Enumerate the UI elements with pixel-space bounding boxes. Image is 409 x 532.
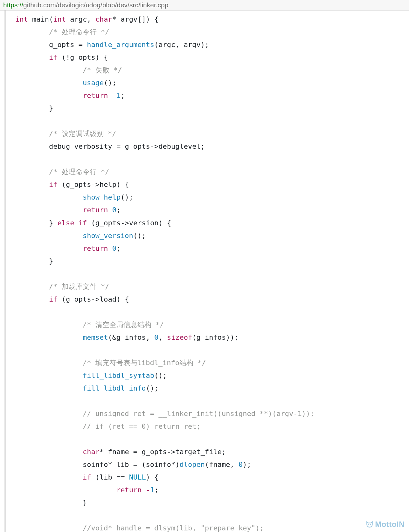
code-token: 0	[112, 244, 116, 252]
code-token: return	[116, 486, 142, 494]
code-token: if	[49, 181, 58, 188]
code-token: sizeof	[167, 333, 192, 341]
code-token: g_opts =	[49, 41, 87, 49]
code-token: fill_libdl_symtab	[83, 372, 154, 379]
code-token	[108, 244, 112, 252]
code-token: ();	[146, 384, 159, 392]
code-token: soinfo* lib = (soinfo*)	[83, 460, 180, 468]
code-token: (g_opts->help) {	[57, 181, 129, 188]
code-token: (g_opts->load) {	[57, 295, 129, 303]
code-token: }	[49, 104, 53, 112]
code-token: return	[83, 206, 108, 214]
code-token: debug_verbosity = g_opts->debuglevel;	[49, 142, 205, 150]
code-token: ();	[121, 193, 133, 201]
code-token: if	[79, 219, 87, 227]
code-token: }	[49, 257, 53, 265]
code-token: ();	[154, 372, 167, 379]
code-token: else	[57, 219, 74, 227]
code-token: return	[83, 92, 108, 99]
watermark: MottoIN	[365, 520, 405, 529]
code-token: dlopen	[180, 460, 205, 468]
svg-point-1	[370, 524, 371, 525]
code-token: (argc, argv);	[154, 41, 209, 49]
code-token: /* 加载库文件 */	[49, 283, 109, 290]
code-token: ();	[133, 232, 146, 240]
code-token: }	[49, 219, 58, 227]
code-token: if	[49, 295, 58, 303]
code-token: if	[83, 473, 91, 481]
code-token: (&g_infos,	[108, 333, 154, 341]
cat-icon	[365, 520, 374, 529]
code-token: show_help	[83, 193, 121, 201]
code-token	[142, 486, 146, 494]
code-token: /* 清空全局信息结构 */	[83, 321, 164, 329]
code-token: show_version	[83, 232, 133, 240]
code-token: char	[95, 15, 112, 23]
code-token: fill_libdl_info	[83, 384, 146, 392]
code-viewer: int main(int argc, char* argv[]) { /* 处理…	[4, 10, 409, 532]
code-token: (lib ==	[91, 473, 129, 481]
code-token: * fname = g_opts->target_file;	[100, 448, 226, 456]
code-token: (g_infos));	[192, 333, 239, 341]
code-token: (!g_opts) {	[57, 53, 108, 61]
code-token: ;	[116, 206, 121, 214]
code-token: (g_opts->version) {	[87, 219, 171, 227]
code-token: * argv[]) {	[112, 15, 159, 23]
code-token: handle_arguments	[87, 41, 154, 49]
code-token: 0	[112, 206, 116, 214]
svg-point-0	[368, 524, 369, 525]
code-token: /* 填充符号表与libdl_info结构 */	[83, 359, 206, 367]
code-token: argc,	[66, 15, 95, 23]
code-token: ;	[116, 244, 121, 252]
code-token: int	[15, 15, 28, 23]
url-bar[interactable]: https://github.com/devilogic/udog/blob/d…	[0, 0, 409, 10]
code-token: /* 失败 */	[83, 66, 122, 74]
code-token: ;	[121, 92, 125, 99]
code-token: );	[243, 460, 251, 468]
code-token	[108, 206, 112, 214]
url-path: github.com/devilogic/udog/blob/dev/src/l…	[23, 1, 168, 9]
code-token: if	[49, 53, 58, 61]
code-token: char	[83, 448, 100, 456]
source-code[interactable]: int main(int argc, char* argv[]) { /* 处理…	[12, 13, 409, 532]
code-token: 1	[150, 486, 154, 494]
watermark-text: MottoIN	[375, 520, 405, 529]
url-scheme: https://	[3, 1, 23, 9]
code-token: ) {	[146, 473, 159, 481]
code-token: int	[53, 15, 66, 23]
code-token: main(	[28, 15, 53, 23]
code-token: (fname,	[205, 460, 239, 468]
code-token	[108, 92, 112, 99]
code-token: ;	[154, 486, 158, 494]
code-token: 1	[116, 92, 121, 99]
code-token: // unsigned ret = __linker_init((unsigne…	[83, 410, 314, 418]
code-token: }	[83, 499, 87, 507]
code-token: -	[146, 486, 150, 494]
code-token: -	[112, 92, 116, 99]
code-token: usage	[83, 79, 104, 87]
code-token	[74, 219, 78, 227]
code-token: NULL	[129, 473, 146, 481]
code-token: // if (ret == 0) return ret;	[83, 422, 201, 430]
code-token: ,	[158, 333, 167, 341]
code-token: ();	[104, 79, 116, 87]
code-token: /* 设定调试级别 */	[49, 130, 116, 138]
code-token: //void* handle = dlsym(lib, "prepare_key…	[83, 524, 264, 532]
code-token: /* 处理命令行 */	[49, 28, 109, 36]
code-token: return	[83, 244, 108, 252]
code-token: 0	[239, 460, 243, 468]
code-token: 0	[154, 333, 158, 341]
code-token: memset	[83, 333, 108, 341]
code-token: /* 处理命令行 */	[49, 168, 109, 176]
